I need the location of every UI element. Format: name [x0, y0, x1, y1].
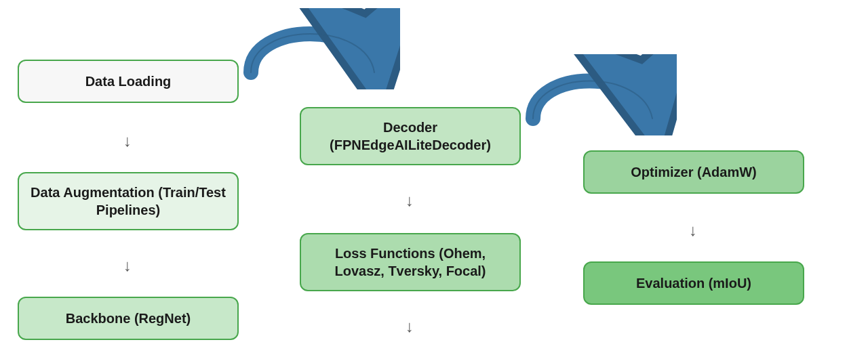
- arrow-down-icon: ↓: [406, 192, 414, 209]
- node-data-augmentation: Data Augmentation (Train/Test Pipelines): [18, 172, 239, 230]
- node-evaluation: Evaluation (mIoU): [583, 261, 804, 305]
- arrow-down-icon: ↓: [689, 222, 697, 238]
- arrow-down-icon: ↓: [123, 257, 132, 274]
- node-label: Data Loading: [85, 72, 172, 90]
- curved-arrow-icon: [224, 8, 400, 89]
- diagram-stage: Data Loading ↓ Data Augmentation (Train/…: [0, 0, 868, 359]
- node-optimizer: Optimizer (AdamW): [583, 150, 804, 194]
- node-label: Data Augmentation (Train/Test Pipelines): [30, 184, 226, 219]
- node-label: Evaluation (mIoU): [636, 274, 751, 292]
- node-decoder: Decoder (FPNEdgeAILiteDecoder): [300, 107, 521, 165]
- node-label: Decoder (FPNEdgeAILiteDecoder): [312, 119, 509, 154]
- node-label: Loss Functions (Ohem, Lovasz, Tversky, F…: [312, 245, 509, 280]
- arrow-down-icon: ↓: [123, 133, 132, 149]
- node-label: Optimizer (AdamW): [631, 163, 757, 181]
- node-backbone: Backbone (RegNet): [18, 297, 239, 340]
- node-label: Backbone (RegNet): [66, 310, 191, 327]
- node-loss-functions: Loss Functions (Ohem, Lovasz, Tversky, F…: [300, 233, 521, 291]
- node-data-loading: Data Loading: [18, 60, 239, 103]
- arrow-down-icon: ↓: [406, 318, 414, 335]
- curved-arrow-icon: [507, 54, 677, 135]
